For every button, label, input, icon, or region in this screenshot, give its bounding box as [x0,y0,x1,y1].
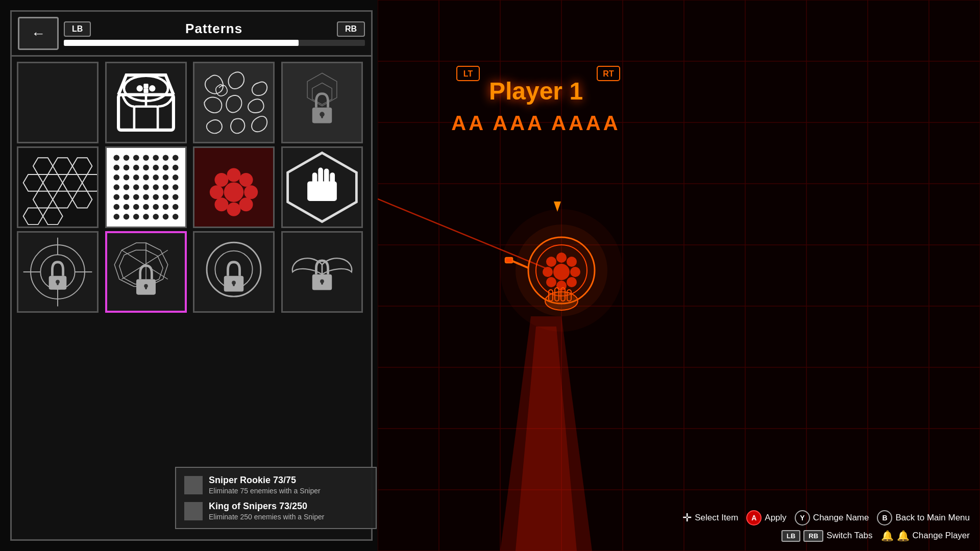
hud-change-name: Y Change Name [795,510,869,525]
svg-point-63 [113,204,119,210]
a-button-icon: A [746,510,762,525]
progress-bar-fill [64,40,299,46]
svg-point-53 [153,184,159,190]
progress-bar-container [64,40,365,46]
hud-row-1: ✛ Select Item A Apply Y Change Name B Ba… [682,510,970,525]
grid-cell-0[interactable] [17,62,99,143]
grid-cell-7[interactable] [281,146,363,228]
svg-point-73 [143,214,149,220]
svg-point-50 [123,184,129,190]
svg-point-173 [500,209,623,332]
dpad-icon: ✛ [682,511,692,524]
svg-point-85 [214,173,228,187]
grid-cell-3[interactable] [281,62,363,143]
apply-label: Apply [765,513,787,523]
svg-text:LT: LT [463,69,473,78]
svg-point-75 [162,214,168,220]
svg-point-67 [153,204,159,210]
grid-cell-8[interactable] [17,231,99,313]
svg-point-42 [113,174,119,181]
svg-point-45 [143,174,149,181]
svg-point-49 [113,184,119,190]
svg-point-66 [143,204,149,210]
background-grid: LT RT Player 1 AA AAA AAAA [378,0,980,551]
hud-change-player: 🔔 🔔 Change Player [881,530,970,542]
svg-rect-6 [143,88,148,93]
svg-point-40 [162,165,168,171]
rt-small-icon: 🔔 [897,530,910,542]
svg-point-44 [133,174,139,181]
lb-button[interactable]: LB [64,21,91,37]
tooltip-item-2: King of Snipers 73/250 Eliminate 250 ene… [184,501,368,521]
svg-point-51 [133,184,139,190]
svg-point-71 [123,214,129,220]
y-button-icon: Y [795,510,810,525]
nav-section: LB Patterns RB [64,21,365,46]
svg-rect-121 [321,281,323,285]
svg-point-48 [172,174,178,181]
tooltip-desc-1: Eliminate 75 enemies with a Sniper [209,487,321,495]
grid-cell-5[interactable] [105,146,187,228]
geo2-lock-icon [107,233,185,311]
svg-point-57 [123,194,129,200]
circle-lock-icon [194,233,273,311]
svg-point-65 [133,204,139,210]
grid-cell-10[interactable] [193,231,275,313]
grid-cell-1[interactable] [105,62,187,143]
hex-pattern-icon [18,148,97,227]
grid-cell-11[interactable] [281,231,363,313]
svg-rect-7 [194,63,273,142]
grid-cell-4[interactable] [17,146,99,228]
tooltip-box: Sniper Rookie 73/75 Eliminate 75 enemies… [175,467,377,529]
svg-point-55 [172,184,178,190]
svg-point-32 [153,155,159,161]
tooltip-title-1: Sniper Rookie 73/75 [209,475,321,486]
svg-point-74 [153,214,159,220]
svg-point-54 [162,184,168,190]
b-button-icon: B [877,510,892,525]
svg-point-68 [162,204,168,210]
svg-point-52 [143,184,149,190]
change-name-label: Change Name [813,513,869,523]
left-panel: ← LB Patterns RB [10,10,373,541]
tab-row: LB Patterns RB [64,21,365,37]
tooltip-desc-2: Eliminate 250 enemies with a Sniper [209,513,324,521]
tooltip-item-1: Sniper Rookie 73/75 Eliminate 75 enemies… [184,475,368,495]
tooltip-title-2: King of Snipers 73/250 [209,501,324,512]
hand-stop-icon [283,148,361,227]
svg-point-41 [172,165,178,171]
svg-text:RT: RT [603,69,614,78]
svg-point-80 [244,185,258,199]
dots-pattern-icon [107,148,185,227]
rb-button[interactable]: RB [337,21,365,37]
svg-point-4 [149,85,155,91]
svg-point-82 [227,203,241,216]
svg-point-58 [133,194,139,200]
svg-point-81 [239,197,253,211]
svg-point-33 [162,155,168,161]
grid-cell-2[interactable] [193,62,275,143]
svg-point-28 [113,155,119,161]
svg-point-72 [133,214,139,220]
svg-point-61 [162,194,168,200]
svg-text:Player 1: Player 1 [489,78,583,105]
hud-row-2: LB RB Switch Tabs 🔔 🔔 Change Player [781,530,970,542]
grid-cell-9[interactable] [105,231,187,313]
grid-cell-6[interactable] [193,146,275,228]
bottom-hud: ✛ Select Item A Apply Y Change Name B Ba… [682,510,970,542]
svg-point-56 [113,194,119,200]
svg-point-38 [143,165,149,171]
svg-point-64 [123,204,129,210]
svg-point-47 [162,174,168,181]
flower-red-icon [194,148,273,227]
svg-point-60 [153,194,159,200]
lt-small-icon: 🔔 [881,530,894,542]
back-button[interactable]: ← [18,17,59,50]
svg-rect-13 [321,114,323,118]
svg-point-3 [136,85,142,91]
svg-point-37 [133,165,139,171]
svg-point-59 [143,194,149,200]
tooltip-icon-1 [184,476,203,494]
svg-point-34 [172,155,178,161]
item-grid [12,57,371,318]
